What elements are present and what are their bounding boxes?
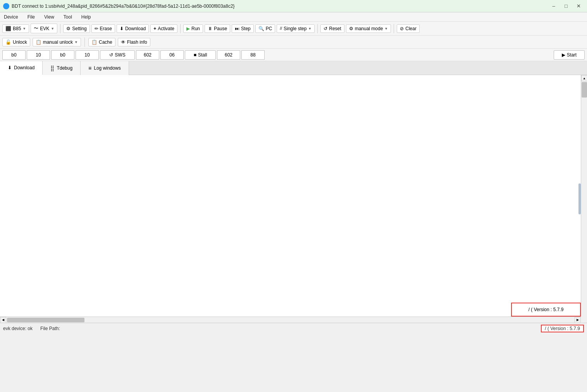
manual-unlock-label: manual unlock	[43, 39, 73, 45]
status-filepath: File Path:	[40, 326, 60, 331]
param-input-5[interactable]	[136, 50, 159, 60]
start-icon: ▶	[562, 52, 565, 58]
download-tab-label: Download	[14, 65, 34, 70]
title-bar: BDT connect to 1:usb#vid_248a&pid_8266#5…	[0, 0, 587, 12]
start-button[interactable]: ▶ Start	[554, 50, 585, 60]
app-icon	[3, 3, 9, 9]
param-bar: ↺ SWS ■ Stall ▶ Start	[0, 49, 587, 61]
sws-button[interactable]: ↺ SWS	[100, 50, 135, 60]
cache-label: Cache	[99, 39, 112, 45]
menu-bar: Device File View Tool Help	[0, 12, 587, 22]
tab-tdebug[interactable]: ⣿ Tdebug	[43, 61, 81, 75]
toolbar-secondary: 🔓 Unlock 📋 manual unlock ▼ 📋 Cache 👁 Fla…	[0, 36, 587, 49]
evk-dropdown[interactable]: 〜 EVK ▼	[31, 24, 57, 33]
download-icon: ⬇	[120, 26, 124, 31]
flash-info-icon: 👁	[121, 39, 126, 45]
tab-bar: ⬇ Download ⣿ Tdebug ≡ Log windows	[0, 61, 587, 75]
minimize-button[interactable]: –	[548, 2, 559, 10]
clear-icon: ⊘	[400, 26, 404, 31]
title-bar-left: BDT connect to 1:usb#vid_248a&pid_8266#5…	[3, 3, 235, 9]
menu-device[interactable]: Device	[2, 14, 20, 21]
pause-button[interactable]: ⏸ Pause	[205, 24, 230, 33]
menu-file[interactable]: File	[26, 14, 36, 21]
b85-label: B85	[13, 26, 21, 31]
version-box: / ( Version : 5.7.9	[511, 303, 581, 317]
activate-label: Activate	[158, 26, 174, 31]
menu-tool[interactable]: Tool	[62, 14, 74, 21]
separator-5	[84, 38, 85, 47]
erase-button[interactable]: ✏ Erase	[91, 24, 115, 33]
tab-download[interactable]: ⬇ Download	[0, 61, 43, 75]
download-tab-icon: ⬇	[8, 65, 12, 70]
separator-2	[180, 24, 181, 33]
setting-button[interactable]: ⚙ Setting	[63, 24, 90, 33]
scrollbar-vertical[interactable]: ▲ ▼	[581, 75, 587, 323]
version-text: / ( Version : 5.7.9	[528, 307, 564, 312]
tab-logwindows[interactable]: ≡ Log windows	[81, 61, 129, 75]
cache-button[interactable]: 📋 Cache	[88, 38, 115, 46]
param-input-8[interactable]	[241, 50, 265, 60]
menu-help[interactable]: Help	[80, 14, 93, 21]
menu-view[interactable]: View	[43, 14, 56, 21]
flash-info-button[interactable]: 👁 Flash info	[118, 38, 150, 46]
manual-unlock-dropdown[interactable]: 📋 manual unlock ▼	[33, 38, 81, 46]
param-input-4[interactable]	[76, 50, 99, 60]
param-input-2[interactable]	[27, 50, 50, 60]
unlock-label: Unlock	[13, 39, 27, 45]
run-button[interactable]: ▶ Run	[183, 24, 203, 33]
tdebug-icon: ⣿	[50, 65, 54, 71]
erase-icon: ✏	[95, 26, 98, 31]
stall-button[interactable]: ■ Stall	[185, 50, 216, 60]
evk-icon: 〜	[34, 25, 38, 32]
param-input-3[interactable]	[51, 50, 74, 60]
unlock-button[interactable]: 🔓 Unlock	[2, 38, 30, 46]
separator-4	[394, 24, 394, 33]
setting-label: Setting	[72, 26, 86, 31]
manual-unlock-icon: 📋	[36, 39, 41, 45]
scroll-left-arrow[interactable]: ◀	[0, 317, 6, 323]
tdebug-tab-label: Tdebug	[57, 65, 72, 71]
reset-label: Reset	[329, 26, 341, 31]
toolbar-main: ⬛ B85 ▼ 〜 EVK ▼ ⚙ Setting ✏ Erase ⬇ Down…	[0, 22, 587, 36]
step-icon: ⏭	[235, 26, 239, 31]
start-label: Start	[567, 52, 577, 58]
main-content-area: ▲ ▼ ◀ ▶ / ( Version : 5.7.9	[0, 75, 587, 323]
manual-mode-dropdown[interactable]: ⚙ manual mode ▼	[346, 24, 391, 33]
close-button[interactable]: ✕	[573, 2, 584, 10]
single-step-dropdown[interactable]: // Single step ▼	[277, 24, 315, 33]
sws-icon: ↺	[109, 52, 113, 58]
param-input-7[interactable]	[217, 50, 240, 60]
maximize-button[interactable]: □	[561, 2, 572, 10]
stall-label: Stall	[198, 52, 207, 58]
status-evk: evk device: ok	[3, 326, 33, 331]
title-text: BDT connect to 1:usb#vid_248a&pid_8266#5…	[12, 3, 235, 9]
cache-icon: 📋	[91, 39, 97, 45]
param-input-6[interactable]	[160, 50, 184, 60]
scroll-right-arrow[interactable]: ▶	[575, 317, 581, 323]
manual-mode-icon: ⚙	[349, 26, 353, 31]
stall-icon: ■	[194, 52, 196, 58]
separator-3	[317, 24, 318, 33]
manual-mode-label: manual mode	[355, 26, 383, 31]
status-bar: evk device: ok File Path: / ( Version : …	[0, 323, 587, 334]
step-label: Step	[241, 26, 251, 31]
logwindows-tab-label: Log windows	[94, 65, 120, 71]
b85-dropdown[interactable]: ⬛ B85 ▼	[2, 24, 29, 33]
scrollbar-thumb-h[interactable]	[7, 318, 84, 322]
step-button[interactable]: ⏭ Step	[232, 24, 254, 33]
download-button[interactable]: ⬇ Download	[117, 24, 149, 33]
scroll-up-arrow[interactable]: ▲	[581, 75, 587, 81]
separator-1	[60, 24, 60, 33]
sws-label: SWS	[115, 52, 125, 58]
scrollbar-horizontal[interactable]: ◀ ▶	[0, 317, 581, 323]
scroll-indicator	[578, 183, 581, 214]
pc-button[interactable]: 🔍 PC	[255, 24, 275, 33]
param-input-1[interactable]	[2, 50, 26, 60]
activate-button[interactable]: + Activate	[150, 24, 177, 33]
scrollbar-thumb-v[interactable]	[582, 82, 587, 98]
reset-button[interactable]: ↺ Reset	[320, 24, 344, 33]
status-version: / ( Version : 5.7.9	[541, 325, 584, 332]
unlock-icon: 🔓	[5, 39, 11, 45]
clear-button[interactable]: ⊘ Clear	[397, 24, 420, 33]
b85-arrow: ▼	[22, 27, 26, 31]
